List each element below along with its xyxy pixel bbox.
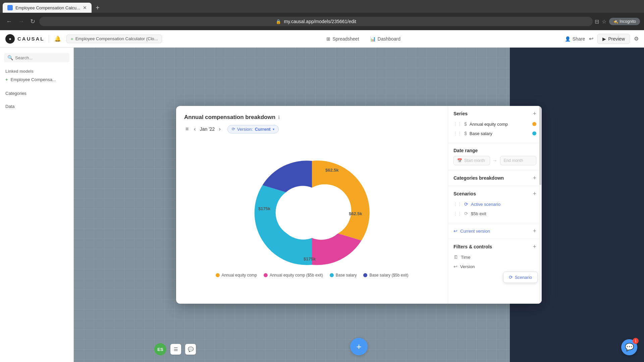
series-color-dot-1 [532, 131, 536, 135]
series-section: Series + ⋮⋮ $ Annual equity comp ⋮⋮ [448, 106, 542, 143]
back-button[interactable]: ← [4, 17, 14, 26]
prev-date-button[interactable]: ‹ [193, 125, 197, 133]
date-end-placeholder: End month [504, 158, 523, 163]
filter-name-version: Version [460, 264, 475, 269]
filter-item-time[interactable]: 🗓 Time [453, 252, 536, 262]
donut-center [287, 188, 337, 238]
date-range-end-input[interactable]: End month [500, 156, 537, 165]
add-icon: + [356, 342, 361, 351]
next-date-button[interactable]: › [217, 125, 222, 133]
scenario-item-1[interactable]: ⋮⋮ ⟳ $5b exit [453, 209, 536, 218]
date-range-start-input[interactable]: 📅 Start month [453, 156, 490, 165]
legend-dot-0 [216, 273, 220, 277]
add-scenario-button[interactable]: + [533, 191, 536, 197]
reload-button[interactable]: ↻ [28, 16, 37, 26]
series-name-0: Annual equity comp [470, 122, 530, 127]
menu-icon-button[interactable]: ≡ [184, 125, 190, 133]
chart-title-row: Annual compensation breakdown ℹ [184, 114, 440, 121]
label-62k-right: $62.5k [349, 211, 362, 216]
search-input[interactable] [15, 55, 71, 60]
date-start-placeholder: Start month [464, 158, 485, 163]
app-body: 🔍 Linked models + Employee Compensa... C… [0, 48, 644, 362]
history-button[interactable]: ↩ [589, 36, 593, 42]
chart-date: Jan '22 [200, 126, 215, 132]
panel-scroll-thumb[interactable] [539, 106, 541, 185]
series-drag-handle-1[interactable]: ⋮⋮ [453, 131, 462, 136]
preview-button[interactable]: ▶ Preview [597, 34, 630, 44]
sidebar-section-categories: Categories [0, 87, 73, 100]
add-version-button[interactable]: + [533, 228, 536, 234]
dashboard-icon: 📊 [370, 36, 376, 42]
modal: Annual compensation breakdown ℹ ≡ ‹ Jan … [176, 106, 542, 304]
forward-button[interactable]: → [16, 17, 26, 26]
cast-button[interactable]: ⊟ [595, 18, 599, 25]
tab-dashboard[interactable]: 📊 Dashboard [365, 34, 406, 44]
logo: ● CAUSAL [5, 34, 45, 44]
chart-area: $62.5k $62.5k $175k $175k Annual equity … [184, 136, 440, 296]
legend-dot-3 [363, 273, 367, 277]
linked-models-section: Linked models + Employee Compensa... [0, 66, 73, 87]
version-selector[interactable]: ⟳ Version: Current ▾ [227, 125, 279, 133]
incognito-label: Incognito [620, 19, 636, 24]
share-label: Share [573, 36, 585, 42]
legend-item-2: Base salary [330, 273, 357, 278]
add-filter-button[interactable]: + [533, 244, 536, 250]
scenario-tooltip-label: Scenario [515, 275, 532, 280]
scenario-item-0[interactable]: ⋮⋮ ⟳ Active scenario [453, 199, 536, 209]
more-button[interactable]: ⚙ [634, 36, 639, 42]
scenario-drag-handle-0[interactable]: ⋮⋮ [453, 202, 462, 206]
address-bar[interactable]: 🔒 my.causal.app/models/235661/edit [39, 17, 593, 26]
app: ● CAUSAL 🔔 + Employee Compensation Calcu… [0, 30, 644, 362]
scenario-name-0: Active scenario [471, 202, 500, 207]
filter-item-version[interactable]: ↩ Version [453, 262, 536, 271]
logo-icon: ● [5, 34, 15, 44]
scenarios-title: Scenarios [453, 191, 476, 196]
current-version-section: ↩ Current version + [448, 223, 542, 239]
date-arrow-icon: → [493, 158, 497, 163]
donut-chart: $62.5k $62.5k $175k $175k [248, 154, 376, 272]
series-color-dot-0 [532, 122, 536, 126]
series-item-0: ⋮⋮ $ Annual equity comp [453, 119, 536, 129]
bookmark-button[interactable]: ☆ [602, 18, 606, 25]
add-button[interactable]: + [350, 338, 368, 355]
legend-label-0: Annual equity comp [222, 273, 257, 278]
app-header: ● CAUSAL 🔔 + Employee Compensation Calcu… [0, 30, 644, 48]
model-name: Employee Compensation Calculator (Clo... [75, 36, 158, 41]
scenario-tooltip-icon: ⟳ [509, 275, 513, 280]
chat-badge-count: 1 [635, 339, 637, 343]
series-drag-handle-0[interactable]: ⋮⋮ [453, 122, 462, 126]
user-avatar[interactable]: ES [154, 343, 166, 355]
browser-tabs: Employee Compensation Calcu... ✕ + [0, 0, 644, 13]
chat-badge: 1 [633, 338, 639, 344]
share-button[interactable]: 👤 Share [565, 36, 585, 42]
linked-models-label: Linked models [5, 68, 68, 75]
header-divider [49, 35, 49, 43]
comment-button[interactable]: 💬 [185, 344, 196, 355]
legend-item-3: Base salary ($5b exit) [363, 273, 408, 278]
label-175k-left: $175k [258, 206, 270, 211]
version-prefix: Version: [237, 127, 253, 132]
date-range-section: Date range 📅 Start month → End month [448, 143, 542, 170]
tab-spreadsheet[interactable]: ⊞ Spreadsheet [322, 34, 364, 44]
add-series-button[interactable]: + [533, 111, 536, 117]
avatar-initials: ES [157, 347, 163, 352]
model-name-tag[interactable]: + Employee Compensation Calculator (Clo.… [66, 35, 162, 43]
panel-scrollbar[interactable] [539, 106, 542, 304]
notification-button[interactable]: 🔔 [53, 34, 62, 43]
legend-label-3: Base salary ($5b exit) [369, 273, 408, 278]
filter-name-time: Time [461, 255, 470, 260]
chat-button[interactable]: 💬 1 [621, 339, 637, 355]
list-view-button[interactable]: ☰ [170, 344, 181, 355]
tab-close-icon[interactable]: ✕ [83, 5, 87, 10]
linked-model-item[interactable]: + Employee Compensa... [5, 75, 68, 84]
browser-tab-active[interactable]: Employee Compensation Calcu... ✕ [3, 3, 92, 13]
new-tab-button[interactable]: + [93, 3, 102, 13]
scenario-drag-handle-1[interactable]: ⋮⋮ [453, 211, 462, 216]
data-label[interactable]: Data [0, 101, 73, 112]
incognito-button[interactable]: 🕵 Incognito [609, 18, 640, 25]
scenario-name-1: $5b exit [471, 211, 486, 216]
filters-section: Filters & controls + 🗓 Time ↩ Version [448, 239, 542, 276]
series-item-1: ⋮⋮ $ Base salary [453, 129, 536, 138]
add-categories-button[interactable]: + [533, 175, 536, 181]
categories-label[interactable]: Categories [0, 88, 73, 99]
